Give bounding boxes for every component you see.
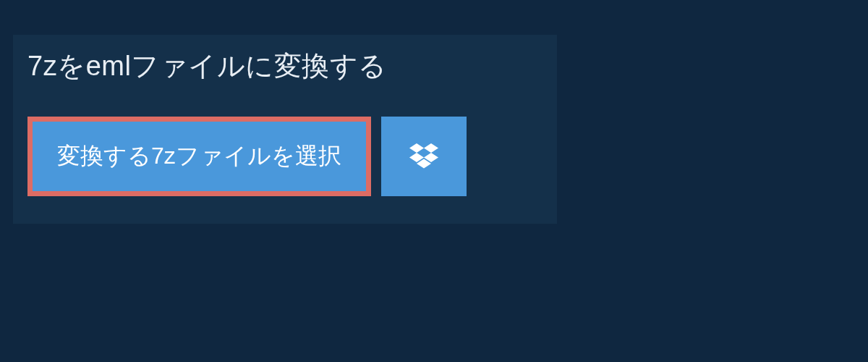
select-file-label: 変換する7zファイルを選択 [57,140,341,172]
select-file-button[interactable]: 変換する7zファイルを選択 [27,117,371,196]
dropbox-button[interactable] [381,117,467,196]
title-bar: 7zをemlファイルに変換する [13,35,401,104]
converter-panel: 7zをemlファイルに変換する 変換する7zファイルを選択 [13,35,557,224]
button-row: 変換する7zファイルを選択 [13,117,557,196]
page-title: 7zをemlファイルに変換する [27,48,387,85]
dropbox-icon [409,143,438,169]
